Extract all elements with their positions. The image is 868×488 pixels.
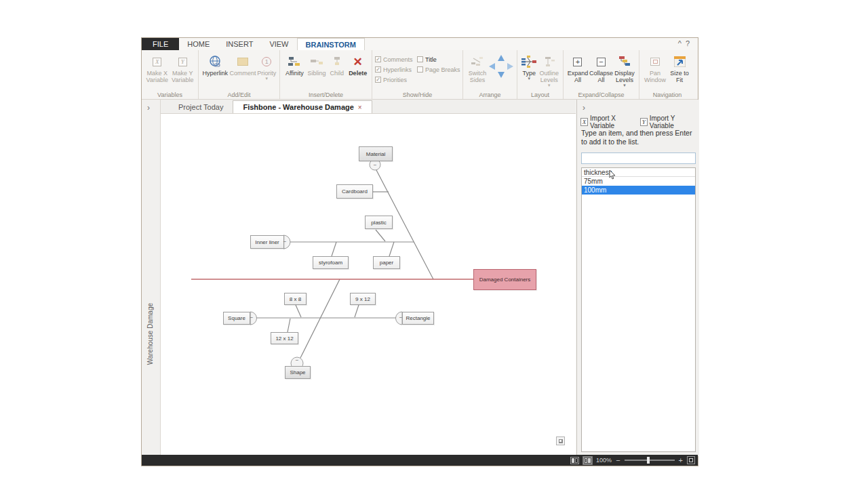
diagram-node-9x12[interactable]: 9 x 12 bbox=[350, 293, 376, 305]
help-icon[interactable]: ? bbox=[686, 39, 694, 47]
tab-insert[interactable]: INSERT bbox=[218, 38, 261, 50]
map-title-vertical-label: Warehouse Damage bbox=[146, 303, 154, 365]
expand-right-panel-chevron[interactable]: › bbox=[583, 103, 585, 113]
priority-button[interactable]: 1 Priority ▼ bbox=[256, 52, 277, 81]
variable-list[interactable]: thickness 75mm 100mm bbox=[581, 167, 696, 452]
diagram-node-styrofoam[interactable]: styrofoam bbox=[313, 256, 349, 269]
fit-to-window-icon[interactable] bbox=[687, 456, 695, 464]
zoom-slider-thumb[interactable] bbox=[647, 457, 650, 464]
shape-collapse-minus[interactable]: − bbox=[293, 357, 301, 364]
diagram-node-12x12[interactable]: 12 x 12 bbox=[271, 332, 298, 344]
arrow-left-icon[interactable] bbox=[489, 63, 495, 70]
group-layout: Type ▼ Outline Levels ▼ Layout bbox=[517, 50, 564, 99]
fishbone-type-icon bbox=[521, 54, 536, 70]
group-label-show-hide: Show/Hide bbox=[372, 92, 462, 98]
diagram-node-cardboard[interactable]: Cardboard bbox=[336, 184, 373, 199]
zoom-slider[interactable] bbox=[625, 460, 675, 461]
arrow-down-icon[interactable] bbox=[498, 72, 505, 78]
square-collapse-minus[interactable]: − bbox=[248, 314, 256, 321]
arrow-right-icon[interactable] bbox=[507, 63, 513, 70]
document-tab-bar: Project Today Fishbone - Warehouse Damag… bbox=[161, 100, 576, 114]
diagram-node-shape[interactable]: Shape bbox=[285, 366, 311, 379]
expand-left-panel-chevron[interactable]: › bbox=[147, 103, 150, 113]
group-add-edit: Hyperlink Comment 1 Priority ▼ Add/Edit bbox=[199, 50, 280, 99]
y-import-icon: Y bbox=[640, 118, 648, 126]
diagram-node-rectangle[interactable]: Rectangle bbox=[402, 312, 434, 325]
checkbox-checked-icon bbox=[375, 66, 381, 73]
zoom-in-button[interactable]: + bbox=[679, 457, 683, 464]
minus-box-icon: − bbox=[597, 58, 606, 66]
checkbox-checked-icon bbox=[375, 56, 381, 62]
group-arrange: Switch Sides Arrange bbox=[463, 50, 517, 99]
diagram-node-damaged-containers[interactable]: Damaged Containers bbox=[473, 269, 536, 290]
group-label-expand-collapse: Expand/Collapse bbox=[564, 92, 639, 98]
list-item-75mm[interactable]: 75mm bbox=[582, 177, 695, 186]
priority-dropdown-arrow: ▼ bbox=[264, 77, 269, 81]
affinity-chart-icon bbox=[288, 54, 301, 70]
make-x-variable-button[interactable]: X Make X Variable bbox=[144, 52, 170, 83]
hyperlinks-checkbox[interactable]: Hyperlinks bbox=[375, 64, 417, 75]
outline-levels-icon bbox=[543, 54, 555, 70]
comments-checkbox[interactable]: Comments bbox=[375, 54, 417, 64]
group-label-navigation: Navigation bbox=[639, 92, 695, 98]
collapse-all-button[interactable]: − Collapse All bbox=[589, 52, 613, 83]
diagram-node-material[interactable]: Material bbox=[359, 146, 393, 161]
rectangle-collapse-minus[interactable]: − bbox=[397, 314, 405, 321]
collapse-ribbon-icon[interactable]: ^ bbox=[678, 39, 686, 47]
page-breaks-checkbox[interactable]: Page Breaks bbox=[417, 64, 462, 75]
tab-file[interactable]: FILE bbox=[142, 38, 179, 50]
diagram-canvas[interactable]: Material Cardboard plastic Inner liner s… bbox=[161, 114, 576, 456]
make-y-variable-button[interactable]: Y Make Y Variable bbox=[170, 52, 196, 83]
arrow-up-icon[interactable] bbox=[498, 55, 505, 61]
outline-levels-button[interactable]: Outline Levels ▼ bbox=[538, 52, 560, 87]
priorities-checkbox[interactable]: Priorities bbox=[375, 75, 417, 85]
group-label-arrange: Arrange bbox=[463, 92, 517, 98]
pan-window-button[interactable]: Pan Window bbox=[642, 52, 668, 83]
x-variable-icon: X bbox=[153, 58, 161, 66]
list-item-100mm-selected[interactable]: 100mm bbox=[582, 186, 695, 195]
title-checkbox[interactable]: Title bbox=[417, 54, 462, 64]
canvas-focus-icon[interactable] bbox=[556, 436, 565, 445]
material-collapse-minus[interactable]: − bbox=[371, 162, 379, 169]
close-tab-icon[interactable]: × bbox=[358, 104, 362, 111]
delete-x-icon: ✕ bbox=[353, 56, 363, 68]
app-window: FILE HOME INSERT VIEW BRAINSTORM ^? X Ma… bbox=[141, 37, 698, 466]
tab-home[interactable]: HOME bbox=[179, 38, 218, 50]
mouse-cursor-icon bbox=[609, 170, 616, 180]
expand-all-button[interactable]: + Expand All bbox=[566, 52, 589, 83]
tab-view[interactable]: VIEW bbox=[261, 38, 296, 50]
tab-brainstorm[interactable]: BRAINSTORM bbox=[297, 38, 365, 50]
zoom-out-button[interactable]: − bbox=[616, 457, 620, 464]
group-label-layout: Layout bbox=[517, 92, 563, 98]
delete-button[interactable]: ✕ Delete bbox=[347, 52, 369, 77]
sibling-button[interactable]: Sibling bbox=[307, 52, 328, 77]
display-levels-dropdown-arrow: ▼ bbox=[623, 83, 627, 87]
checkbox-unchecked-icon bbox=[417, 56, 423, 62]
inner-liner-collapse-minus[interactable]: − bbox=[281, 239, 289, 245]
group-label-insert-delete: Insert/Delete bbox=[280, 92, 372, 98]
child-button[interactable]: Child bbox=[327, 52, 347, 77]
switch-sides-button[interactable]: Switch Sides bbox=[466, 52, 489, 83]
new-item-input[interactable] bbox=[581, 152, 696, 164]
group-label-add-edit: Add/Edit bbox=[199, 92, 279, 98]
display-levels-button[interactable]: Display Levels ▼ bbox=[613, 52, 636, 87]
affinity-button[interactable]: Affinity bbox=[283, 52, 307, 77]
doc-tab-fishbone[interactable]: Fishbone - Warehouse Damage × bbox=[233, 100, 372, 113]
diagram-node-plastic[interactable]: plastic bbox=[365, 216, 393, 229]
diagram-node-8x8[interactable]: 8 x 8 bbox=[284, 293, 307, 305]
diagram-node-inner-liner[interactable]: Inner liner bbox=[250, 235, 284, 249]
size-to-fit-button[interactable]: Size to Fit bbox=[668, 52, 691, 83]
group-expand-collapse: + Expand All − Collapse All Display Leve… bbox=[564, 50, 639, 99]
comment-button[interactable]: Comment bbox=[229, 52, 257, 77]
map-view-icon[interactable] bbox=[583, 457, 592, 464]
type-button[interactable]: Type ▼ bbox=[520, 52, 538, 81]
outline-view-icon[interactable] bbox=[570, 457, 579, 464]
diagram-node-paper[interactable]: paper bbox=[373, 256, 400, 269]
doc-tab-project-today[interactable]: Project Today bbox=[169, 101, 233, 113]
import-x-variable-button[interactable]: X Import X Variable bbox=[580, 115, 637, 129]
diagram-node-square[interactable]: Square bbox=[223, 312, 250, 325]
import-y-variable-button[interactable]: Y Import Y Variable bbox=[640, 115, 696, 129]
pan-window-icon bbox=[650, 54, 660, 70]
list-item-thickness[interactable]: thickness bbox=[582, 168, 695, 177]
hyperlink-button[interactable]: Hyperlink bbox=[201, 52, 229, 77]
